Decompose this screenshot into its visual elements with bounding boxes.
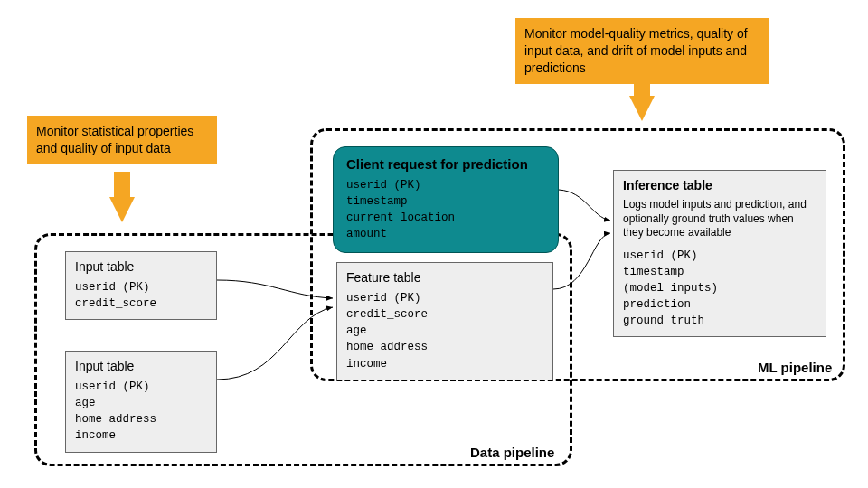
data-pipeline-label: Data pipeline <box>470 445 554 460</box>
table-fields: userid (PK) credit_score age home addres… <box>346 290 543 372</box>
client-request-fields: userid (PK) timestamp current location a… <box>346 177 545 243</box>
table-desc: Logs model inputs and prediction, and op… <box>623 198 816 240</box>
input-table-1: Input table userid (PK) credit_score <box>65 251 217 320</box>
client-request-box: Client request for prediction userid (PK… <box>333 146 559 253</box>
callout-arrow-right <box>629 96 655 121</box>
callout-arrow-stem-left <box>114 172 130 199</box>
table-fields: userid (PK) timestamp (model inputs) pre… <box>623 248 816 330</box>
callout-arrow-stem-right <box>634 74 650 98</box>
callout-text: Monitor statistical properties and quali… <box>36 124 193 155</box>
callout-text: Monitor model-quality metrics, quality o… <box>524 26 748 75</box>
table-title: Input table <box>75 359 207 373</box>
input-table-2: Input table userid (PK) age home address… <box>65 351 217 453</box>
callout-monitor-input: Monitor statistical properties and quali… <box>27 116 217 164</box>
inference-table: Inference table Logs model inputs and pr… <box>613 170 826 337</box>
callout-arrow-left <box>109 197 135 222</box>
table-fields: userid (PK) credit_score <box>75 279 207 312</box>
client-request-title: Client request for prediction <box>346 156 545 172</box>
table-title: Inference table <box>623 178 816 192</box>
ml-pipeline-label: ML pipeline <box>758 360 832 375</box>
table-title: Feature table <box>346 270 543 285</box>
table-fields: userid (PK) age home address income <box>75 379 207 445</box>
feature-table: Feature table userid (PK) credit_score a… <box>336 262 553 380</box>
table-title: Input table <box>75 259 207 274</box>
